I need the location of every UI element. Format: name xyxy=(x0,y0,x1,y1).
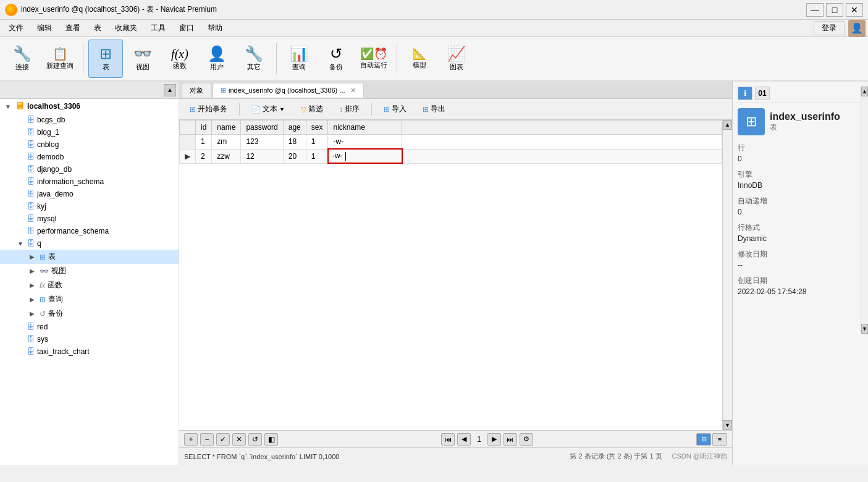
row-1-id[interactable]: 1 xyxy=(196,135,212,150)
data-table-container[interactable]: id name password age sex nickname xyxy=(179,120,722,430)
backup-button[interactable]: ↺ 备份 xyxy=(319,40,353,78)
sidebar-item-red[interactable]: 🗄 red xyxy=(0,321,179,333)
begin-tx-button[interactable]: ⊞ 开始事务 xyxy=(184,101,233,117)
row-1-sex[interactable]: 1 xyxy=(306,135,328,150)
row-2-name[interactable]: zzw xyxy=(212,149,241,163)
col-nickname[interactable]: nickname xyxy=(328,120,402,135)
new-query-button[interactable]: 📋 新建查询 xyxy=(42,40,78,78)
info-scroll-down-btn[interactable]: ▼ xyxy=(861,324,868,334)
last-page-button[interactable]: ⏭ xyxy=(504,433,517,446)
menu-window[interactable]: 窗口 xyxy=(173,22,200,35)
sidebar-item-q[interactable]: ▼ 🗄 q xyxy=(0,237,179,250)
confirm-button[interactable]: ✓ xyxy=(216,433,230,446)
menu-table[interactable]: 表 xyxy=(88,22,107,35)
table-row[interactable]: ▶ 2 zzw 12 20 1 -w- xyxy=(180,149,722,163)
col-age[interactable]: age xyxy=(283,120,306,135)
user-button[interactable]: 👤 用户 xyxy=(200,40,234,78)
table-scroll-up-btn[interactable]: ▲ xyxy=(723,120,732,130)
row-2-password[interactable]: 12 xyxy=(241,149,283,163)
sidebar-item-q-backup[interactable]: ▶ ↺ 备份 xyxy=(0,307,179,321)
discard-button[interactable]: ✕ xyxy=(232,433,246,446)
query-button[interactable]: 📊 查询 xyxy=(282,40,316,78)
tree-root-localhost[interactable]: ▼ 🖥 localhost_3306 xyxy=(0,99,179,114)
row-2-sex[interactable]: 1 xyxy=(306,149,328,163)
grid-view-button[interactable]: ⊞ xyxy=(696,433,711,446)
col-sex[interactable]: sex xyxy=(306,120,328,135)
table-button[interactable]: ⊞ 表 xyxy=(88,40,123,78)
menu-tools[interactable]: 工具 xyxy=(145,22,172,35)
sidebar-item-q-view[interactable]: ▶ 👓 视图 xyxy=(0,264,179,278)
sidebar-item-mysql[interactable]: 🗄 mysql xyxy=(0,213,179,225)
tab-object[interactable]: 对象 xyxy=(182,83,211,98)
add-record-button[interactable]: + xyxy=(184,433,198,446)
sidebar-item-q-function[interactable]: ▶ fx 函数 xyxy=(0,278,179,292)
connect-button[interactable]: 🔧 连接 xyxy=(5,40,40,78)
page-settings-button[interactable]: ⚙ xyxy=(520,433,533,446)
prev-page-button[interactable]: ◀ xyxy=(457,433,471,446)
tab-close-icon[interactable]: ✕ xyxy=(350,87,356,95)
sidebar-item-java_demo[interactable]: 🗄 java_demo xyxy=(0,188,179,200)
col-id[interactable]: id xyxy=(196,120,212,135)
sidebar-item-q-query[interactable]: ▶ ⊞ 查询 xyxy=(0,292,179,307)
col-name[interactable]: name xyxy=(212,120,241,135)
create-date-label: 创建日期 xyxy=(738,276,863,286)
form-view-button[interactable]: ≡ xyxy=(712,433,727,446)
model-button[interactable]: 📐 模型 xyxy=(402,40,437,78)
text-button[interactable]: 📄 文本 ▼ xyxy=(246,101,290,117)
sidebar-item-q-table[interactable]: ▶ ⊞ 表 xyxy=(0,250,179,264)
maximize-button[interactable]: □ xyxy=(826,3,843,17)
export-button[interactable]: ⊞ 导出 xyxy=(417,101,451,117)
delete-record-button[interactable]: − xyxy=(200,433,214,446)
col-password[interactable]: password xyxy=(241,120,283,135)
first-page-button[interactable]: ⏮ xyxy=(441,433,455,446)
sidebar-item-blog_1[interactable]: 🗄 blog_1 xyxy=(0,126,179,138)
info-btn-code[interactable]: 01 xyxy=(755,87,770,100)
function-button[interactable]: f(x) 函数 xyxy=(162,40,197,78)
login-button[interactable]: 登录 xyxy=(814,21,845,35)
view-icon: 👓 xyxy=(40,267,49,276)
chart-button[interactable]: 📈 图表 xyxy=(439,40,474,78)
menu-help[interactable]: 帮助 xyxy=(201,22,229,35)
info-section-create-date: 创建日期 2022-02-05 17:54:28 xyxy=(738,276,863,296)
sidebar-scroll-up[interactable]: ▲ xyxy=(164,84,176,96)
copy-button[interactable]: ◧ xyxy=(264,433,278,446)
table-scroll-down-btn[interactable]: ▼ xyxy=(723,420,732,430)
row-1-password[interactable]: 123 xyxy=(241,135,283,150)
other-button[interactable]: 🔧 其它 xyxy=(237,40,271,78)
sort-button[interactable]: ↕ 排序 xyxy=(334,101,365,117)
sidebar-item-bcgs_db[interactable]: 🗄 bcgs_db xyxy=(0,114,179,126)
minimize-button[interactable]: — xyxy=(806,3,824,17)
table-row[interactable]: 1 zm 123 18 1 -w- xyxy=(180,135,722,150)
info-scroll-up-btn[interactable]: ▲ xyxy=(861,87,868,96)
sidebar-item-kyj[interactable]: 🗄 kyj xyxy=(0,200,179,213)
menu-view[interactable]: 查看 xyxy=(59,22,86,35)
sidebar-item-sys[interactable]: 🗄 sys xyxy=(0,333,179,345)
row-2-age[interactable]: 20 xyxy=(283,149,306,163)
row-1-age[interactable]: 18 xyxy=(283,135,306,150)
view-button[interactable]: 👓 视图 xyxy=(125,40,160,78)
row-1-nickname[interactable]: -w- xyxy=(328,135,402,150)
table-scrollbar[interactable]: ▲ ▼ xyxy=(722,120,732,430)
menu-file[interactable]: 文件 xyxy=(2,22,30,35)
next-page-button[interactable]: ▶ xyxy=(487,433,501,446)
tab-table[interactable]: ⊞ index_userinfo @q (localhost_3306) ...… xyxy=(213,83,364,98)
refresh-button[interactable]: ↺ xyxy=(248,433,262,446)
row-2-id[interactable]: 2 xyxy=(196,149,212,163)
row-2-nickname[interactable]: -w- xyxy=(328,149,402,163)
row-1-name[interactable]: zm xyxy=(212,135,241,150)
sidebar-item-cnblog[interactable]: 🗄 cnblog xyxy=(0,138,179,151)
filter-button[interactable]: ▽ 筛选 xyxy=(295,101,329,117)
menu-favorites[interactable]: 收藏夹 xyxy=(109,22,143,35)
sidebar-item-taxi_track_chart[interactable]: 🗄 taxi_track_chart xyxy=(0,345,179,358)
sidebar-item-django_db[interactable]: 🗄 django_db xyxy=(0,163,179,175)
auto-run-button[interactable]: ✅⏰ 自动运行 xyxy=(356,40,392,78)
info-btn-info[interactable]: ℹ xyxy=(738,87,752,100)
sidebar-item-demodb[interactable]: 🗄 demodb xyxy=(0,151,179,163)
import-button[interactable]: ⊞ 导入 xyxy=(378,101,412,117)
close-button[interactable]: ✕ xyxy=(846,3,863,17)
sidebar-item-information_schema[interactable]: 🗄 information_schema xyxy=(0,175,179,188)
info-panel-scrollbar[interactable]: ▲ ▼ xyxy=(861,87,868,334)
sidebar-item-performance_schema[interactable]: 🗄 performance_schema xyxy=(0,225,179,237)
window-controls[interactable]: — □ ✕ xyxy=(806,3,863,17)
menu-edit[interactable]: 编辑 xyxy=(31,22,58,35)
